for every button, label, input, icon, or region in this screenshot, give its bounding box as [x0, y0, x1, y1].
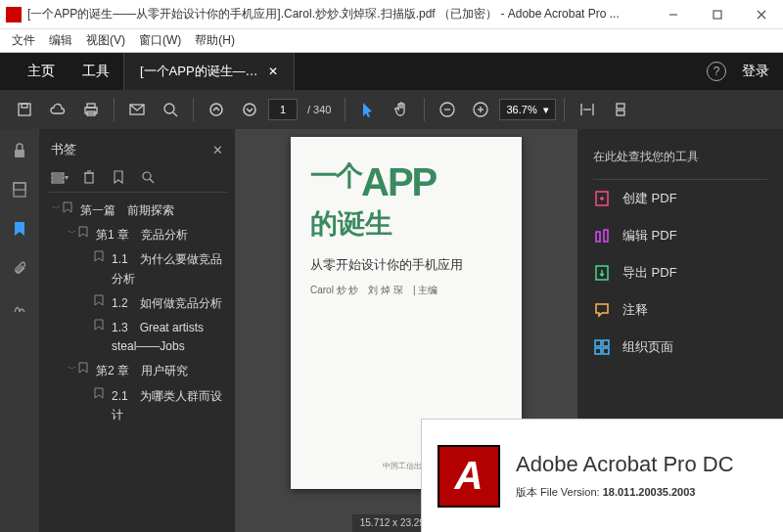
- bookmark-label: 第1 章 竞品分析: [96, 226, 227, 244]
- hand-icon[interactable]: [387, 95, 416, 124]
- tool-item-create[interactable]: 创建 PDF: [593, 180, 767, 217]
- pointer-icon[interactable]: [353, 95, 383, 124]
- page-down-icon[interactable]: [235, 95, 264, 124]
- zoom-dropdown[interactable]: 36.7% ▾: [499, 99, 555, 120]
- menu-help[interactable]: 帮助(H): [195, 32, 235, 49]
- bookmark-item[interactable]: ﹀第一篇 前期探索: [47, 199, 227, 223]
- maximize-button[interactable]: [695, 0, 739, 29]
- page-number-input[interactable]: [268, 99, 298, 120]
- bookmark-label: 1.2 如何做竞品分析: [112, 294, 227, 313]
- bookmark-icon: [94, 250, 108, 262]
- zoom-in-icon[interactable]: [466, 95, 495, 124]
- svg-rect-27: [52, 173, 64, 175]
- svg-point-33: [143, 172, 151, 180]
- bookmark-delete-icon[interactable]: [78, 166, 100, 188]
- bookmark-find-icon[interactable]: [137, 166, 159, 188]
- tab-tools[interactable]: 工具: [69, 63, 123, 80]
- attachments-icon[interactable]: [8, 256, 31, 280]
- bookmark-options-icon[interactable]: ▾: [49, 166, 70, 188]
- tool-label: 导出 PDF: [622, 264, 677, 282]
- chevron-down-icon[interactable]: ﹀: [49, 201, 63, 215]
- svg-rect-1: [714, 11, 721, 19]
- save-icon[interactable]: [10, 95, 39, 124]
- tab-home[interactable]: 主页: [14, 63, 69, 80]
- menu-bar: 文件 编辑 视图(V) 窗口(W) 帮助(H): [0, 29, 783, 53]
- page-title-line1: 一个APP: [310, 162, 502, 201]
- tab-bar: 主页 工具 [一个APP的诞生—… ✕ ? 登录: [0, 53, 783, 90]
- tool-item-export[interactable]: 导出 PDF: [593, 254, 767, 291]
- about-title: Adobe Acrobat Pro DC: [516, 452, 767, 477]
- svg-point-13: [244, 104, 255, 115]
- svg-rect-26: [14, 183, 25, 190]
- window-titlebar: [一个APP的诞生——从零开始设计你的手机应用].Carol.炒炒.刘焯琛.扫描…: [0, 0, 783, 29]
- page-title-line2: 的诞生: [310, 205, 502, 243]
- svg-rect-4: [19, 104, 30, 115]
- bookmark-icon: [94, 387, 108, 399]
- create-icon: [593, 190, 611, 207]
- bookmarks-panel: 书签 ✕ ▾ ﹀第一篇 前期探索﹀第1 章 竞品分析1.1 为什么要做竞品分析1…: [39, 129, 235, 532]
- bookmark-label: 1.1 为什么要做竞品分析: [112, 250, 227, 288]
- search-icon[interactable]: [156, 95, 185, 124]
- print-icon[interactable]: [76, 95, 106, 124]
- scroll-mode-icon[interactable]: [606, 95, 635, 124]
- about-version: 版本 File Version: 18.011.20035.2003: [516, 485, 767, 500]
- tab-document[interactable]: [一个APP的诞生—… ✕: [123, 53, 295, 90]
- menu-window[interactable]: 窗口(W): [139, 32, 181, 49]
- svg-rect-30: [85, 173, 93, 183]
- svg-rect-29: [52, 181, 64, 183]
- menu-view[interactable]: 视图(V): [86, 32, 125, 49]
- zoom-out-icon[interactable]: [433, 95, 462, 124]
- cloud-icon[interactable]: [43, 95, 72, 124]
- zoom-value: 36.7%: [506, 104, 536, 115]
- minimize-button[interactable]: [651, 0, 695, 29]
- tool-item-edit[interactable]: 编辑 PDF: [593, 217, 767, 254]
- svg-point-12: [210, 104, 222, 115]
- bookmark-item[interactable]: 2.1 为哪类人群而设计: [47, 384, 227, 427]
- bookmark-item[interactable]: ﹀第2 章 用户研究: [47, 359, 227, 383]
- tool-label: 创建 PDF: [622, 190, 677, 207]
- help-icon[interactable]: ?: [707, 62, 726, 81]
- acrobat-logo: A: [438, 445, 500, 508]
- bookmark-item[interactable]: 1.2 如何做竞品分析: [47, 291, 227, 316]
- page-authors: Carol 炒 炒 刘 焯 琛 | 主编: [310, 284, 502, 297]
- bookmark-item[interactable]: 1.3 Great artists steal——Jobs: [47, 316, 227, 359]
- toolbar: / 340 36.7% ▾: [0, 90, 783, 129]
- app-icon: [6, 7, 22, 22]
- page-subtitle: 从零开始设计你的手机应用: [310, 256, 502, 274]
- signatures-icon[interactable]: [8, 295, 31, 319]
- chevron-down-icon[interactable]: ﹀: [65, 362, 78, 376]
- svg-rect-24: [15, 150, 24, 157]
- lock-icon[interactable]: [8, 139, 31, 162]
- login-button[interactable]: 登录: [742, 63, 769, 80]
- tool-item-comment[interactable]: 注释: [593, 291, 767, 329]
- about-dialog: A Adobe Acrobat Pro DC 版本 File Version: …: [421, 419, 783, 532]
- bookmark-new-icon[interactable]: [108, 166, 129, 188]
- bookmark-item[interactable]: ﹀第1 章 竞品分析: [47, 223, 227, 247]
- bookmarks-title: 书签: [51, 141, 76, 158]
- menu-file[interactable]: 文件: [12, 32, 35, 49]
- page-total-label: / 340: [307, 104, 331, 115]
- bookmark-icon: [94, 294, 108, 306]
- window-title: [一个APP的诞生——从零开始设计你的手机应用].Carol.炒炒.刘焯琛.扫描…: [27, 6, 651, 22]
- bookmark-item[interactable]: 1.1 为什么要做竞品分析: [47, 247, 227, 290]
- chevron-down-icon: ▾: [543, 104, 549, 116]
- chevron-down-icon[interactable]: ﹀: [65, 226, 78, 240]
- close-button[interactable]: [739, 0, 783, 29]
- page-up-icon[interactable]: [202, 95, 231, 124]
- organize-icon: [593, 338, 611, 356]
- svg-rect-44: [603, 348, 609, 354]
- tool-label: 编辑 PDF: [622, 227, 677, 244]
- fit-width-icon[interactable]: [573, 95, 602, 124]
- thumbnails-icon[interactable]: [8, 178, 31, 201]
- tab-close-icon[interactable]: ✕: [268, 65, 278, 78]
- menu-edit[interactable]: 编辑: [49, 32, 72, 49]
- panel-close-icon[interactable]: ✕: [212, 143, 223, 157]
- tools-search-placeholder[interactable]: 在此处查找您的工具: [593, 143, 767, 180]
- bookmarks-icon[interactable]: [8, 217, 31, 241]
- mail-icon[interactable]: [122, 95, 152, 124]
- svg-rect-23: [617, 111, 624, 115]
- tool-item-organize[interactable]: 组织页面: [593, 329, 767, 366]
- tool-label: 注释: [622, 301, 648, 319]
- bookmark-icon: [78, 362, 92, 374]
- bookmark-icon: [94, 319, 108, 331]
